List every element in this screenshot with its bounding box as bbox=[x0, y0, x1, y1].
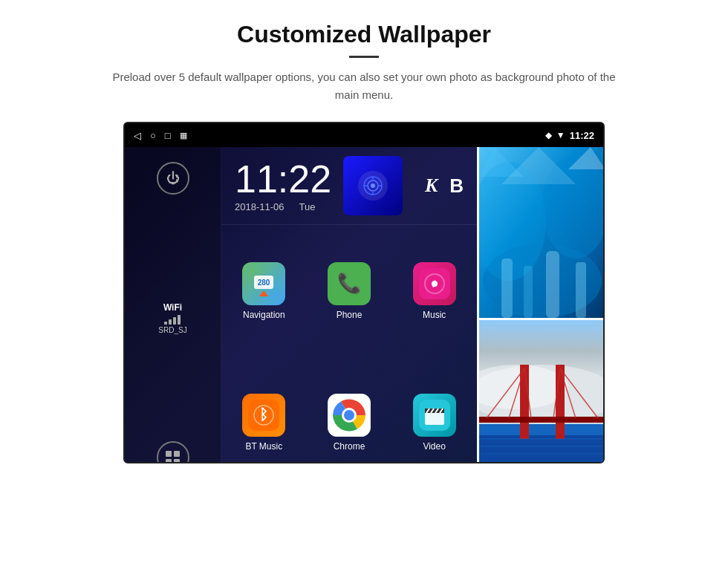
svg-text:280: 280 bbox=[258, 279, 270, 287]
grid-icon bbox=[166, 451, 180, 464]
wallpaper-column: CarSetting bbox=[477, 147, 603, 463]
app-grid: 280 Navigation bbox=[221, 225, 477, 463]
svg-point-22 bbox=[344, 410, 354, 420]
page-title: Customized Wallpaper bbox=[104, 21, 624, 48]
media-widget[interactable] bbox=[343, 156, 403, 215]
power-button[interactable]: ⏻ bbox=[157, 162, 189, 195]
wallpaper-ice[interactable] bbox=[477, 147, 603, 318]
android-device: ◁ ○ □ ▦ ◆ ▼ 11:22 ⏻ bbox=[123, 122, 605, 463]
left-sidebar: ⏻ WiFi SRD_SJ bbox=[125, 147, 221, 463]
signal-icon bbox=[358, 171, 388, 201]
wifi-info: WiFi SRD_SJ bbox=[158, 302, 186, 334]
svg-text:📞: 📞 bbox=[337, 271, 362, 295]
navigation-label: Navigation bbox=[243, 310, 285, 320]
page-container: Customized Wallpaper Preload over 5 defa… bbox=[0, 0, 728, 563]
btmusic-icon: ᛒ bbox=[242, 394, 285, 437]
clock-date: 2018-11-06 Tue bbox=[235, 201, 331, 212]
home-icon[interactable]: ○ bbox=[150, 130, 156, 141]
title-divider bbox=[349, 56, 379, 58]
recents-icon[interactable]: □ bbox=[165, 130, 171, 141]
quick-icons: K B bbox=[425, 175, 464, 198]
clock-time: 11:22 bbox=[235, 160, 331, 198]
svg-rect-40 bbox=[576, 262, 586, 318]
svg-rect-39 bbox=[546, 251, 559, 318]
status-bar: ◁ ○ □ ▦ ◆ ▼ 11:22 bbox=[125, 123, 603, 147]
back-icon[interactable]: ◁ bbox=[134, 130, 141, 141]
svg-rect-24 bbox=[425, 411, 444, 425]
page-subtitle: Preload over 5 default wallpaper options… bbox=[104, 68, 624, 104]
power-icon: ⏻ bbox=[166, 171, 180, 186]
chrome-label: Chrome bbox=[334, 441, 365, 452]
wifi-bar-1 bbox=[164, 322, 167, 325]
grid-dot bbox=[166, 459, 172, 464]
svg-rect-48 bbox=[479, 417, 605, 423]
quick-icon-b[interactable]: B bbox=[449, 175, 464, 198]
header-section: Customized Wallpaper Preload over 5 defa… bbox=[45, 0, 683, 116]
wifi-label: WiFi bbox=[158, 302, 186, 313]
clock-display: 11:22 2018-11-06 Tue bbox=[235, 160, 331, 212]
app-btmusic[interactable]: ᛒ BT Music bbox=[221, 357, 307, 464]
music-label: Music bbox=[423, 310, 446, 320]
app-navigation[interactable]: 280 Navigation bbox=[221, 225, 307, 357]
btmusic-label: BT Music bbox=[245, 441, 282, 452]
wifi-bar-3 bbox=[173, 317, 176, 325]
app-video[interactable]: Video bbox=[391, 357, 477, 464]
apps-button[interactable] bbox=[157, 441, 189, 463]
status-time: 11:22 bbox=[570, 130, 594, 141]
svg-rect-37 bbox=[501, 258, 513, 318]
day-value: Tue bbox=[299, 201, 316, 212]
svg-rect-45 bbox=[479, 435, 605, 463]
video-label: Video bbox=[423, 441, 445, 452]
screenshot-icon[interactable]: ▦ bbox=[180, 131, 187, 140]
app-phone[interactable]: 📞 Phone bbox=[307, 225, 392, 357]
phone-icon: 📞 bbox=[328, 262, 371, 305]
svg-point-2 bbox=[371, 183, 375, 188]
svg-rect-46 bbox=[520, 365, 529, 439]
app-chrome[interactable]: Chrome bbox=[307, 357, 392, 464]
wifi-bar-2 bbox=[169, 319, 172, 325]
wifi-bar-4 bbox=[178, 315, 181, 325]
navigation-icon: 280 bbox=[242, 262, 285, 305]
wifi-ssid: SRD_SJ bbox=[158, 326, 186, 334]
location-icon: ◆ bbox=[545, 130, 552, 140]
nav-icons: ◁ ○ □ ▦ bbox=[134, 130, 187, 141]
grid-dot bbox=[166, 451, 172, 457]
svg-text:♪: ♪ bbox=[431, 276, 438, 290]
main-content: ⏻ WiFi SRD_SJ bbox=[125, 147, 603, 463]
svg-rect-47 bbox=[556, 365, 565, 439]
wifi-bars bbox=[158, 314, 186, 325]
video-icon bbox=[413, 394, 456, 437]
grid-dot bbox=[174, 459, 180, 464]
center-content: 11:22 2018-11-06 Tue bbox=[221, 147, 477, 463]
grid-dot bbox=[174, 451, 180, 457]
device-section: ◁ ○ □ ▦ ◆ ▼ 11:22 ⏻ bbox=[123, 122, 605, 463]
date-value: 2018-11-06 bbox=[235, 201, 285, 212]
wifi-status-icon: ▼ bbox=[556, 130, 565, 140]
clock-area: 11:22 2018-11-06 Tue bbox=[221, 147, 477, 225]
phone-label: Phone bbox=[337, 310, 363, 320]
status-right: ◆ ▼ 11:22 bbox=[545, 130, 594, 141]
svg-text:ᛒ: ᛒ bbox=[259, 406, 268, 423]
app-music[interactable]: ♪ Music bbox=[391, 225, 477, 357]
chrome-icon bbox=[328, 394, 371, 437]
wallpaper-bridge[interactable]: CarSetting bbox=[477, 318, 603, 463]
svg-rect-38 bbox=[524, 266, 533, 318]
quick-icon-k[interactable]: K bbox=[425, 175, 438, 197]
music-icon: ♪ bbox=[413, 262, 456, 305]
